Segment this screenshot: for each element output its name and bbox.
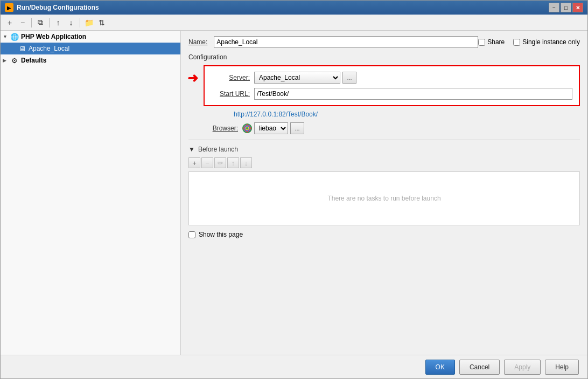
before-launch-header[interactable]: ▼ Before launch [188,146,580,153]
tree-arrow-defaults: ▶ [3,58,10,63]
defaults-icon: ⚙ [10,56,19,65]
config-box: Server: Apache_Local ... Start URL: [204,65,580,106]
title-bar-controls: − □ ✕ [549,3,583,12]
name-row: Name: Share Single instance only [188,36,580,48]
before-launch-toolbar: + − ✏ ↑ ↓ [188,157,580,168]
share-checkbox[interactable] [478,39,485,46]
folder-button[interactable]: 📁 [83,17,95,29]
defaults-label: Defaults [21,57,46,64]
cancel-button[interactable]: Cancel [459,360,500,375]
ok-button[interactable]: OK [425,360,455,375]
close-button[interactable]: ✕ [572,3,583,12]
content-area: ▼ 🌐 PHP Web Application 🖥 Apache_Local ▶… [1,31,587,355]
before-launch-add-button[interactable]: + [188,157,200,168]
tasks-box: There are no tasks to run before launch [188,171,580,225]
server-row: Server: Apache_Local ... [211,72,572,84]
add-button[interactable]: + [4,17,16,29]
apache-local-icon: 🖥 [18,44,26,53]
red-arrow-icon: ➜ [187,71,198,86]
start-url-input[interactable] [254,88,572,100]
name-input[interactable] [214,36,478,48]
title-bar-left: ▶ Run/Debug Configurations [5,3,99,12]
single-instance-checkbox-label[interactable]: Single instance only [513,38,580,46]
before-launch-edit-button[interactable]: ✏ [214,157,226,168]
sort-button[interactable]: ⇅ [96,17,108,29]
toolbar-separator-2 [49,18,50,27]
window-title: Run/Debug Configurations [17,4,99,11]
show-page-checkbox[interactable] [188,231,195,238]
tasks-placeholder: There are no tasks to run before launch [327,195,440,202]
svg-point-3 [246,127,248,129]
tree-item-apache-local[interactable]: 🖥 Apache_Local [1,43,180,54]
share-checkbox-label[interactable]: Share [478,38,505,46]
browser-row: Browser: liebao ... [188,122,580,134]
tree-item-defaults[interactable]: ▶ ⚙ Defaults [1,54,180,66]
start-url-label: Start URL: [211,90,254,98]
toolbar: + − ⧉ ↑ ↓ 📁 ⇅ [1,15,587,31]
php-web-app-label: PHP Web Application [21,33,86,40]
right-panel: Name: Share Single instance only Configu… [181,31,587,355]
browser-icon [242,123,252,133]
window-icon: ▶ [5,3,13,12]
before-launch-up-button[interactable]: ↑ [227,157,239,168]
show-page-row: Show this page [188,231,580,238]
single-instance-checkbox[interactable] [513,39,520,46]
tree-item-php-web-app[interactable]: ▼ 🌐 PHP Web Application [1,31,180,43]
show-page-label: Show this page [199,231,243,238]
before-launch-label: Before launch [198,146,238,153]
maximize-button[interactable]: □ [561,3,571,12]
server-select[interactable]: Apache_Local [254,72,340,84]
run-debug-window: ▶ Run/Debug Configurations − □ ✕ + − ⧉ ↑… [0,0,588,379]
before-launch-remove-button[interactable]: − [201,157,213,168]
section-divider [188,140,580,140]
minimize-button[interactable]: − [549,3,559,12]
server-browse-button[interactable]: ... [342,72,356,84]
tree-arrow-php: ▼ [3,34,10,39]
browser-label: Browser: [188,125,242,132]
name-label: Name: [188,38,207,46]
url-link[interactable]: http://127.0.0.1:82/Test/Book/ [234,111,580,118]
left-panel: ▼ 🌐 PHP Web Application 🖥 Apache_Local ▶… [1,31,181,355]
single-instance-label: Single instance only [522,38,580,46]
apply-button[interactable]: Apply [504,360,541,375]
share-label: Share [487,38,505,46]
toolbar-separator-1 [31,18,32,27]
help-button[interactable]: Help [545,360,579,375]
toolbar-separator-3 [80,18,80,27]
apache-local-label: Apache_Local [29,45,69,52]
move-down-button[interactable]: ↓ [65,17,77,29]
header-right: Share Single instance only [478,38,580,46]
before-launch-arrow: ▼ [188,146,195,153]
server-select-wrap: Apache_Local ... [254,72,356,84]
start-url-row: Start URL: [211,88,572,100]
browser-browse-button[interactable]: ... [290,122,304,134]
remove-button[interactable]: − [17,17,29,29]
browser-select[interactable]: liebao [254,122,288,134]
move-up-button[interactable]: ↑ [52,17,64,29]
before-launch-down-button[interactable]: ↓ [240,157,252,168]
copy-button[interactable]: ⧉ [34,17,46,29]
title-bar: ▶ Run/Debug Configurations − □ ✕ [1,1,587,15]
bottom-bar: OK Cancel Apply Help [1,355,587,378]
config-section-label: Configuration [188,53,580,61]
php-web-app-icon: 🌐 [10,32,19,41]
browser-select-wrap: liebao ... [242,122,304,134]
server-label: Server: [211,74,254,81]
